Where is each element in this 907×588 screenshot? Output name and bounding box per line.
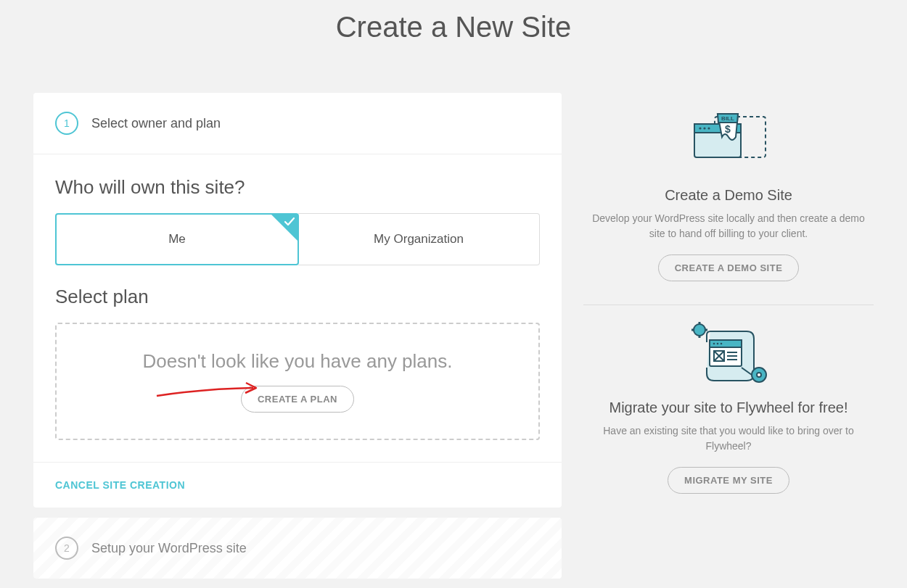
step-2-card: 2 Setup your WordPress site [33, 518, 562, 579]
owner-option-org[interactable]: My Organization [298, 213, 540, 265]
owner-option-me[interactable]: Me [55, 213, 299, 265]
step-1-card: 1 Select owner and plan Who will own thi… [33, 93, 562, 508]
check-icon [271, 215, 297, 241]
demo-site-block: BILL $ Create a Demo Site Develop your W… [583, 93, 874, 305]
step-1-label: Select owner and plan [91, 116, 221, 131]
svg-point-23 [757, 373, 761, 377]
migrate-block: Migrate your site to Flywheel for free! … [583, 305, 874, 501]
svg-point-3 [699, 127, 701, 129]
owner-option-me-label: Me [168, 232, 186, 246]
svg-point-4 [703, 127, 705, 129]
svg-rect-12 [705, 329, 707, 331]
svg-point-16 [717, 343, 719, 345]
plan-empty-text: Doesn't look like you have any plans. [71, 350, 524, 373]
svg-point-5 [707, 127, 710, 129]
svg-point-8 [694, 324, 705, 336]
owner-option-org-label: My Organization [374, 232, 464, 246]
svg-rect-10 [699, 335, 701, 338]
owner-options: Me My Organization [55, 213, 540, 265]
migrate-icon [583, 317, 874, 389]
plan-title: Select plan [55, 286, 540, 308]
migrate-title: Migrate your site to Flywheel for free! [583, 399, 874, 416]
create-demo-site-button[interactable]: CREATE A DEMO SITE [658, 254, 800, 281]
page-title: Create a New Site [0, 0, 907, 51]
svg-text:$: $ [725, 123, 731, 135]
svg-rect-9 [699, 322, 701, 325]
step-1-number: 1 [55, 112, 78, 135]
owner-question: Who will own this site? [55, 176, 540, 199]
cancel-site-creation-button[interactable]: CANCEL SITE CREATION [55, 479, 185, 491]
step-2-header: 2 Setup your WordPress site [33, 518, 562, 579]
create-plan-button[interactable]: CREATE A PLAN [241, 386, 354, 413]
demo-site-title: Create a Demo Site [583, 187, 874, 204]
sidebar: BILL $ Create a Demo Site Develop your W… [583, 93, 874, 588]
svg-point-15 [713, 343, 715, 345]
step-2-number: 2 [55, 537, 78, 560]
step-2-label: Setup your WordPress site [91, 541, 247, 556]
plan-empty-box: Doesn't look like you have any plans. CR… [55, 323, 540, 440]
svg-point-17 [721, 343, 723, 345]
demo-site-icon: BILL $ [583, 104, 874, 177]
migrate-my-site-button[interactable]: MIGRATE MY SITE [668, 467, 789, 494]
svg-text:BILL: BILL [721, 115, 734, 122]
svg-rect-11 [691, 329, 694, 331]
demo-site-desc: Develop your WordPress site locally and … [583, 211, 874, 241]
migrate-desc: Have an existing site that you would lik… [583, 423, 874, 454]
step-1-header: 1 Select owner and plan [33, 93, 562, 154]
